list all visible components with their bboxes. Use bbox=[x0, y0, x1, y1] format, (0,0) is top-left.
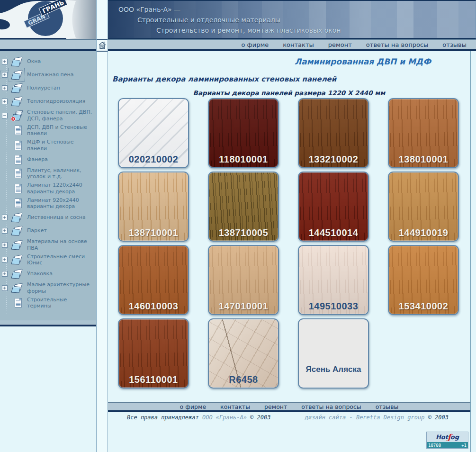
collapse-minus-icon[interactable] bbox=[2, 113, 8, 118]
sidebar-item-label: Теплогидроизоляция bbox=[27, 98, 85, 105]
expand-plus-icon[interactable] bbox=[2, 72, 8, 78]
sidebar-item-5[interactable]: Стеновые панели, ДВП, ДСП, фанера bbox=[2, 108, 96, 123]
sidebar-item-label: Окна bbox=[27, 58, 41, 65]
footer-nav-link-1[interactable]: о фирме bbox=[180, 403, 207, 410]
hotlog-counter-bar: 10708 +1 bbox=[427, 442, 468, 448]
sidebar-item-18[interactable]: Строительные термины bbox=[2, 296, 96, 311]
sidebar-item-10[interactable]: Ламинат 1220х2440 варианты декора bbox=[2, 181, 96, 196]
expand-plus-icon[interactable] bbox=[2, 85, 8, 91]
panel-tile[interactable]: 138010001 bbox=[388, 98, 459, 168]
folder-open-icon-wrap bbox=[10, 110, 27, 121]
panel-tile[interactable]: 138710001 bbox=[118, 172, 189, 242]
sidebar-item-1[interactable]: Окна bbox=[2, 55, 96, 68]
expand-plus-icon[interactable] bbox=[2, 271, 8, 277]
sidebar-item-2[interactable]: Монтажная пена bbox=[2, 68, 96, 81]
panel-tile[interactable]: 153410002 bbox=[388, 245, 459, 315]
sidebar-item-12[interactable]: Лиственница и сосна bbox=[2, 211, 96, 224]
size-caption: Варианты декора панелей размера 1220 Х 2… bbox=[108, 89, 470, 97]
content-subtitle: Варианты декора ламинированных стеновых … bbox=[112, 75, 336, 83]
site-logo[interactable]: GRAN ГРАНЬ bbox=[0, 0, 96, 39]
sidebar-item-label: Упаковка bbox=[27, 271, 53, 277]
hotlog-logo-hot: Hot bbox=[436, 434, 448, 441]
document-icon bbox=[14, 198, 23, 209]
copyright-left: Все права принадлежат ООО «Грань-А» © 20… bbox=[127, 414, 270, 421]
home-button[interactable] bbox=[97, 39, 108, 52]
sidebar-item-17[interactable]: Малые архитектурные формы bbox=[2, 280, 96, 296]
sidebar-item-13[interactable]: Паркет bbox=[2, 224, 96, 237]
folder-icon-wrap bbox=[10, 56, 27, 67]
sidebar-item-label: Ламинат 1220х2440 варианты декора bbox=[27, 182, 92, 195]
panel-tile[interactable]: 133210002 bbox=[298, 98, 369, 168]
hotlog-counter-badge[interactable]: Hotƒog 10708 +1 bbox=[426, 432, 468, 449]
sidebar-item-11[interactable]: Ламинат 920х2440 варианты декора bbox=[2, 196, 96, 211]
panel-tile[interactable]: 149510033 bbox=[298, 245, 369, 315]
tree-expander[interactable] bbox=[2, 113, 10, 118]
folder-icon-wrap bbox=[10, 282, 27, 294]
sidebar-item-8[interactable]: Фанера bbox=[2, 153, 96, 166]
sidebar-item-16[interactable]: Упаковка bbox=[2, 267, 96, 280]
document-icon bbox=[14, 168, 23, 179]
tree-expander[interactable] bbox=[2, 228, 10, 234]
expand-plus-icon[interactable] bbox=[2, 257, 8, 262]
top-nav-link-1[interactable]: о фирме bbox=[242, 41, 269, 48]
sidebar-item-4[interactable]: Теплогидроизоляция bbox=[2, 95, 96, 108]
sidebar-item-3[interactable]: Полиуретан bbox=[2, 81, 96, 95]
expand-plus-icon[interactable] bbox=[2, 285, 8, 291]
sidebar-item-label: Ламинат 920х2440 варианты декора bbox=[27, 197, 92, 210]
panel-tile[interactable]: 020210002 bbox=[118, 98, 189, 168]
folder-icon bbox=[10, 56, 23, 67]
folder-icon-wrap bbox=[10, 268, 27, 280]
panel-tile[interactable]: 144910019 bbox=[388, 172, 459, 242]
tree-expander[interactable] bbox=[2, 59, 10, 64]
footer-nav-link-2[interactable]: контакты bbox=[220, 403, 250, 410]
panel-tile[interactable]: 156110001 bbox=[118, 318, 189, 389]
panel-tile[interactable]: R6458 bbox=[208, 318, 279, 389]
folder-icon bbox=[10, 82, 23, 94]
panel-tile[interactable]: 118010001 bbox=[208, 98, 279, 168]
tree-expander[interactable] bbox=[2, 85, 10, 91]
expand-plus-icon[interactable] bbox=[2, 228, 8, 234]
sidebar-item-15[interactable]: Строительные смеси Юнис bbox=[2, 253, 96, 268]
tree-expander[interactable] bbox=[2, 285, 10, 291]
top-nav-link-4[interactable]: ответы на вопросы bbox=[366, 41, 429, 48]
doc-icon-wrap bbox=[10, 183, 27, 194]
page: GRAN ГРАНЬ ООО «Грань-А» — Строительные … bbox=[0, 0, 476, 452]
sidebar-item-9[interactable]: Плинтус, наличник, уголок и т.д. bbox=[2, 166, 96, 181]
folder-icon bbox=[10, 239, 23, 251]
tree-expander[interactable] bbox=[2, 99, 10, 104]
panel-code: 118010001 bbox=[209, 154, 278, 165]
panel-code: 153410002 bbox=[389, 301, 458, 312]
expand-plus-icon[interactable] bbox=[2, 59, 8, 64]
expand-plus-icon[interactable] bbox=[2, 215, 8, 220]
hotlog-logo-og: og bbox=[450, 434, 459, 441]
panel-tile[interactable]: 138710005 bbox=[208, 172, 279, 242]
expand-plus-icon[interactable] bbox=[2, 242, 8, 248]
sidebar-item-14[interactable]: Материалы на основе ПВА bbox=[2, 237, 96, 253]
footer-nav-link-4[interactable]: ответы на вопросы bbox=[301, 403, 361, 410]
panel-tile[interactable]: 144510014 bbox=[298, 172, 369, 242]
visit-delta: +1 bbox=[461, 443, 467, 448]
copyright-bar: Все права принадлежат ООО «Грань-А» © 20… bbox=[108, 414, 470, 421]
tree-expander[interactable] bbox=[2, 242, 10, 248]
tree-expander[interactable] bbox=[2, 257, 10, 262]
expand-plus-icon[interactable] bbox=[2, 99, 8, 104]
footer-nav-link-5[interactable]: отзывы bbox=[376, 403, 399, 410]
panel-code: 138710005 bbox=[209, 227, 278, 238]
tree-expander[interactable] bbox=[2, 215, 10, 220]
panel-tile[interactable]: 146010003 bbox=[118, 245, 189, 315]
panel-tile[interactable]: Ясень Аляска bbox=[298, 318, 369, 389]
top-nav-link-5[interactable]: отзывы bbox=[442, 41, 467, 48]
designer-year: © 2003 bbox=[428, 414, 449, 421]
panel-code: 146010003 bbox=[119, 301, 188, 312]
tree-expander[interactable] bbox=[2, 72, 10, 78]
sidebar-item-6[interactable]: ДСП, ДВП и Стеновые панели bbox=[2, 123, 96, 138]
doc-icon-wrap bbox=[10, 140, 27, 151]
sidebar-item-label: Строительные термины bbox=[27, 297, 92, 310]
top-nav-link-2[interactable]: контакты bbox=[283, 41, 314, 48]
sidebar-item-7[interactable]: МДФ и Стеновые панели bbox=[2, 138, 96, 153]
top-nav-link-3[interactable]: ремонт bbox=[328, 41, 352, 48]
panel-tile[interactable]: 147010001 bbox=[208, 245, 279, 315]
footer-nav-link-3[interactable]: ремонт bbox=[264, 403, 287, 410]
doc-icon-wrap bbox=[10, 154, 27, 165]
tree-expander[interactable] bbox=[2, 271, 10, 277]
